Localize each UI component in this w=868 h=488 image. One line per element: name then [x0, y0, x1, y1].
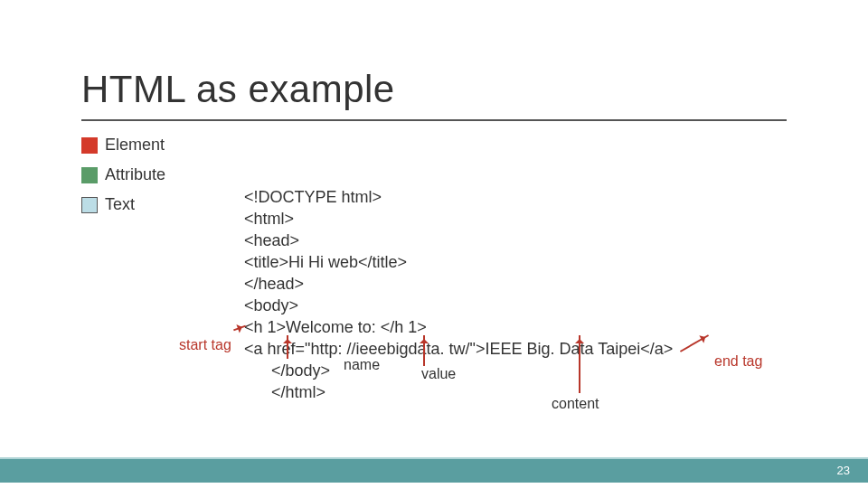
code-line-5: </head> [244, 275, 304, 293]
code-block-indent: </body> </html> [271, 338, 330, 403]
legend-text: Text [81, 195, 165, 214]
title-underline [81, 119, 787, 121]
footer-bar [0, 457, 868, 483]
annotation-value: value [421, 366, 456, 382]
legend-element-label: Element [105, 136, 165, 155]
swatch-green-icon [81, 167, 98, 183]
annotation-name: name [344, 357, 380, 373]
code-line-9: </body> [271, 361, 330, 380]
code-line-4: <title>Hi Hi web</title> [244, 253, 407, 271]
legend-attribute: Attribute [81, 165, 165, 184]
code-line-2: <html> [244, 210, 294, 228]
code-line-3: <head> [244, 231, 299, 249]
annotation-start-tag: start tag [179, 337, 231, 353]
arrow-name-icon [287, 335, 288, 359]
code-line-10: </html> [271, 383, 326, 401]
legend: Element Attribute Text [81, 136, 165, 225]
arrow-end-tag-icon [680, 334, 709, 352]
swatch-blue-icon [81, 197, 98, 213]
annotation-content: content [552, 396, 599, 412]
swatch-red-icon [81, 137, 98, 154]
code-line-7: <h 1>Welcome to: </h 1> [244, 318, 427, 336]
annotation-end-tag: end tag [714, 353, 762, 370]
code-block: <!DOCTYPE html> <html> <head> <title>Hi … [244, 164, 673, 360]
slide-title: HTML as example [81, 68, 395, 111]
code-line-6: <body> [244, 296, 298, 314]
code-line-1: <!DOCTYPE html> [244, 188, 382, 206]
legend-attribute-label: Attribute [105, 165, 165, 184]
arrow-value-icon [423, 335, 425, 366]
arrow-start-tag-icon [233, 325, 246, 332]
page-number: 23 [837, 464, 850, 477]
legend-element: Element [81, 136, 165, 155]
legend-text-label: Text [105, 195, 135, 214]
arrow-content-icon [579, 335, 580, 393]
